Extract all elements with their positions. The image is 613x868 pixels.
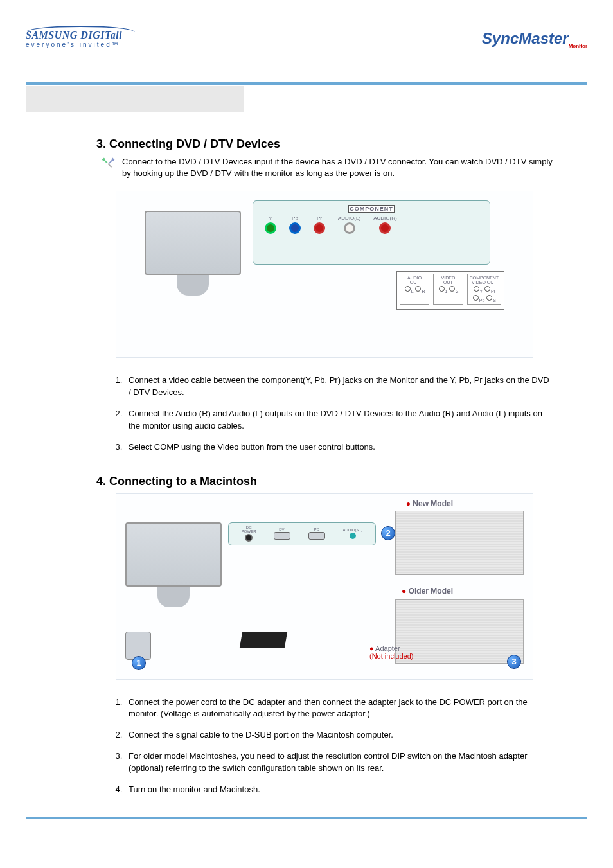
syncmaster-logo: SyncMasterMonitor <box>482 30 587 49</box>
section3-heading: 3. Connecting DVD / DTV Devices <box>96 137 553 151</box>
mac-old-icon <box>395 599 524 664</box>
monitor-back-panel: DCPOWER DVI PC AUDIO(ST) <box>228 522 376 545</box>
jack-pb-icon <box>289 222 301 234</box>
jack-y-icon <box>265 222 276 234</box>
cy-label: Y <box>480 289 483 294</box>
pc-label: PC <box>314 527 319 531</box>
dc-label: DCPOWER <box>242 526 256 533</box>
audio-out-label: AUDIO OUT <box>402 276 427 285</box>
section4-diagram: DCPOWER DVI PC AUDIO(ST) ● New Model ● O… <box>116 493 533 680</box>
audio-port-icon <box>350 533 356 539</box>
v1-label: 1 <box>445 289 448 294</box>
component-out-label: COMPONENT VIDEO OUT <box>470 276 499 285</box>
adapter-label: ● Adapter (Not included) <box>369 644 413 660</box>
jack-audio-r-icon <box>379 222 391 234</box>
section-divider <box>96 463 553 463</box>
section-tab-placeholder <box>26 86 244 112</box>
section3-step-2: Connect the Audio (R) and Audio (L) outp… <box>125 408 553 432</box>
monitor2-icon <box>125 522 222 612</box>
section3-steps: Connect a video cable between the compon… <box>96 375 553 453</box>
section3-intro: Connect to the DVD / DTV Devices input i… <box>96 156 553 179</box>
v2-label: 2 <box>456 289 458 294</box>
syncmaster-text: SyncMaster <box>482 30 569 47</box>
dvi-label: DVI <box>279 527 285 531</box>
jack-label-ar: AUDIO(R) <box>373 215 396 221</box>
jack-label-y: Y <box>269 215 272 221</box>
older-model-text: Older Model <box>409 587 453 596</box>
mac-new-icon <box>395 511 524 575</box>
audio-label: AUDIO(ST) <box>342 528 362 532</box>
jack-label-pr: Pr <box>317 215 322 221</box>
section3-intro-text: Connect to the DVD / DTV Devices input i… <box>122 156 553 179</box>
jack-audio-l-icon <box>344 222 355 234</box>
cs-label: S <box>493 298 496 303</box>
samsung-brand-text: SAMSUNG DIGITall <box>26 30 135 41</box>
new-model-label: ● New Model <box>406 499 453 508</box>
section4-step-3: For older model Macintoshes, you need to… <box>125 750 553 775</box>
cpr-label: Pr <box>491 289 495 294</box>
section3-diagram: COMPONENT Y Pb Pr AUDIO(L) AUDIO(R) AUDI… <box>116 191 533 358</box>
section4-step-1: Connect the power cord to the DC adapter… <box>125 696 553 721</box>
section4-steps: Connect the power cord to the DC adapter… <box>96 696 553 796</box>
samsung-tagline: everyone's invited™ <box>26 41 135 48</box>
pc-port-icon <box>308 532 325 540</box>
badge-1: 1 <box>132 656 146 670</box>
section4-heading: 4. Connecting to a Macintosh <box>96 475 553 488</box>
badge-2: 2 <box>381 526 395 540</box>
section4-step-2: Connect the signal cable to the D-SUB po… <box>125 729 553 741</box>
audio-r-label: R <box>422 289 425 294</box>
jack-label-pb: Pb <box>292 215 298 221</box>
footer-rule <box>26 817 587 819</box>
syncmaster-sub: Monitor <box>569 43 587 49</box>
section3-step-1: Connect a video cable between the compon… <box>125 375 553 399</box>
older-model-label: ● Older Model <box>402 587 453 596</box>
not-included-text: (Not included) <box>369 652 413 660</box>
section4-step-4: Turn on the monitor and Macintosh. <box>125 784 553 796</box>
section3-step-3: Select COMP using the Video button from … <box>125 441 553 454</box>
adapter-text: Adapter <box>375 644 400 652</box>
badge-3: 3 <box>507 655 521 669</box>
jack-label-al: AUDIO(L) <box>338 215 360 221</box>
wall-plug-icon <box>125 632 151 660</box>
video-out-label: VIDEO OUT <box>436 276 460 285</box>
dvi-port-icon <box>274 532 290 540</box>
page-header: SAMSUNG DIGITall everyone's invited™ Syn… <box>26 19 587 64</box>
component-panel: COMPONENT Y Pb Pr AUDIO(L) AUDIO(R) <box>253 200 490 265</box>
cpb-label: Pb <box>479 298 485 303</box>
component-title: COMPONENT <box>348 205 395 213</box>
tools-icon <box>102 157 116 169</box>
adapter-brick-icon <box>240 632 288 648</box>
dc-port-icon <box>245 534 253 542</box>
dvd-output-panel: AUDIO OUT L R VIDEO OUT 1 2 COMPONENT VI… <box>396 271 504 310</box>
audio-l-label: L <box>411 289 414 294</box>
new-model-text: New Model <box>413 499 453 508</box>
monitor-icon <box>145 211 241 301</box>
header-rule <box>26 82 587 85</box>
jack-pr-icon <box>314 222 325 234</box>
samsung-logo: SAMSUNG DIGITall everyone's invited™ <box>26 26 135 48</box>
